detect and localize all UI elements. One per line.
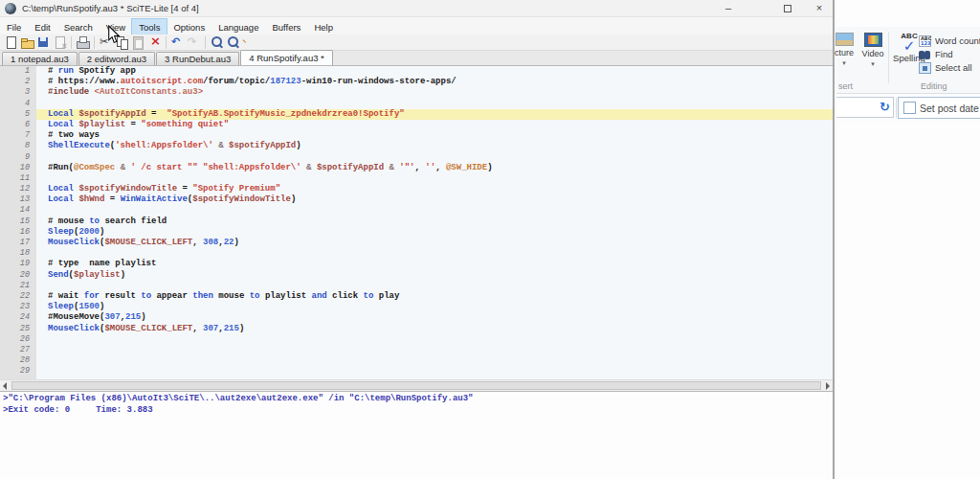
line-number: 9 xyxy=(0,152,36,163)
publish-field: ↻ xyxy=(836,97,894,118)
scroll-right-arrow[interactable] xyxy=(826,382,830,390)
close-button[interactable]: × xyxy=(805,0,834,17)
tab-1-notepad-au3[interactable]: 1 notepad.au3 xyxy=(2,52,78,65)
line-number: 2 xyxy=(0,77,36,87)
line-number: 8 xyxy=(0,141,36,151)
horizontal-scrollbar[interactable] xyxy=(0,379,833,391)
minimize-button[interactable]: – xyxy=(712,0,745,17)
code-editor[interactable]: 1234567891011121314151617181920212223242… xyxy=(0,66,833,379)
menu-item-file[interactable]: File xyxy=(0,19,28,35)
output-line: >"C:\Program Files (x86)\AutoIt3\SciTE\.… xyxy=(0,394,833,405)
code-line-9 xyxy=(36,152,833,163)
menu-item-language[interactable]: Language xyxy=(212,19,265,35)
select-all-button[interactable]: Select all xyxy=(919,61,978,74)
line-number: 22 xyxy=(0,291,36,302)
code-line-26 xyxy=(36,334,833,345)
background-app-window: cture ▾ Video ▾ ABC ✓ Spelling Word coun… xyxy=(836,0,980,479)
find-button-label: Find xyxy=(935,49,952,59)
line-number: 6 xyxy=(0,120,36,130)
line-number: 7 xyxy=(0,130,36,141)
menu-item-buffers[interactable]: Buffers xyxy=(265,19,307,35)
menu-item-edit[interactable]: Edit xyxy=(28,19,56,35)
video-label: Video xyxy=(862,49,884,58)
sync-icon[interactable]: ↻ xyxy=(880,100,890,115)
video-button[interactable]: Video ▾ xyxy=(859,33,886,68)
line-number: 11 xyxy=(0,173,36,184)
code-line-12: Local $spotifyWindowTitle = "Spotify Pre… xyxy=(36,184,833,194)
tab-3-rundebut-au3[interactable]: 3 RunDebut.au3 xyxy=(156,52,239,65)
toolbar-separator xyxy=(166,36,167,49)
ribbon-group-insert-label: sert xyxy=(838,81,853,91)
scrollbar-thumb[interactable] xyxy=(11,381,821,390)
line-number: 24 xyxy=(0,312,36,323)
video-icon xyxy=(864,33,882,47)
line-number: 17 xyxy=(0,238,36,248)
set-post-date-field[interactable]: Set post date xyxy=(898,97,980,119)
post-options-row: ↻ Set post date xyxy=(836,94,980,122)
tab-2-editword-au3[interactable]: 2 editword.au3 xyxy=(78,52,155,65)
code-area[interactable]: # run Spotify app# https://www.autoitscr… xyxy=(36,66,833,379)
print-icon[interactable] xyxy=(76,35,90,49)
toolbar-separator xyxy=(94,36,95,49)
menu-item-search[interactable]: Search xyxy=(57,19,100,35)
save-icon[interactable] xyxy=(36,35,51,49)
line-number: 16 xyxy=(0,227,36,238)
menu-bar: FileEditSearchViewToolsOptionsLanguageBu… xyxy=(0,17,833,34)
scite-window: C:\temp\RunSpotify.au3 * SciTE-Lite [4 o… xyxy=(0,0,835,479)
code-line-17: MouseClick($MOUSE_CLICK_LEFT, 308,22) xyxy=(36,238,833,248)
paste-icon[interactable] xyxy=(131,35,145,49)
line-number: 1 xyxy=(0,66,36,77)
replace-icon[interactable] xyxy=(226,35,240,49)
line-number: 13 xyxy=(0,194,36,205)
find-icon[interactable] xyxy=(210,35,224,49)
line-number: 15 xyxy=(0,217,36,227)
toolbar-separator xyxy=(71,36,72,49)
maximize-button[interactable] xyxy=(771,0,804,17)
find-button[interactable]: Find xyxy=(919,48,978,60)
word-count-button[interactable]: Word count xyxy=(919,34,978,47)
redo-icon[interactable] xyxy=(187,35,201,49)
picture-label: cture xyxy=(835,48,854,57)
new-icon[interactable] xyxy=(4,35,18,49)
binoculars-icon xyxy=(919,49,931,60)
open-icon[interactable] xyxy=(20,35,34,49)
line-number: 19 xyxy=(0,259,36,269)
line-number: 27 xyxy=(0,345,36,355)
code-line-8: ShellExecute('shell:Appsfolder\' & $spot… xyxy=(36,141,833,151)
delete-icon[interactable] xyxy=(147,35,162,49)
line-number: 25 xyxy=(0,324,36,334)
select-all-button-label: Select all xyxy=(935,62,972,73)
scite-app-icon xyxy=(5,3,16,14)
set-post-date-checkbox[interactable] xyxy=(903,102,916,114)
code-line-10: #Run(@ComSpec & ' /c start "" "shell:App… xyxy=(36,163,833,173)
code-line-1: # run Spotify app xyxy=(36,66,833,77)
chevron-down-icon: ▾ xyxy=(842,59,846,66)
picture-button[interactable]: cture ▾ xyxy=(831,33,858,67)
menu-item-options[interactable]: Options xyxy=(167,19,212,35)
undo-icon[interactable] xyxy=(170,35,185,49)
output-pane[interactable]: >"C:\Program Files (x86)\AutoIt3\SciTE\.… xyxy=(0,391,833,479)
code-line-28 xyxy=(36,355,833,366)
close-file-icon[interactable] xyxy=(53,35,67,49)
line-number-gutter[interactable]: 1234567891011121314151617181920212223242… xyxy=(0,66,36,379)
scroll-left-arrow[interactable] xyxy=(3,382,7,390)
code-line-4 xyxy=(36,99,833,109)
code-line-23: Sleep(1500) xyxy=(36,302,833,312)
tab-4-runspotify-au3-[interactable]: 4 RunSpotify.au3 * xyxy=(240,50,333,65)
mouse-cursor xyxy=(107,25,121,44)
code-line-7: # two ways xyxy=(36,130,833,141)
code-line-20: Send($playlist) xyxy=(36,270,833,281)
code-line-3: #include <AutoItConstants.au3> xyxy=(36,87,833,98)
ribbon-separator xyxy=(888,32,889,83)
code-line-13: Local $hWnd = WinWaitActive($spotifyWind… xyxy=(36,194,833,205)
separator xyxy=(896,98,897,118)
chevron-down-icon: ▾ xyxy=(871,60,875,67)
editing-group-buttons: Word countFindSelect all xyxy=(919,34,978,75)
code-line-5: Local $spotifyAppId = "SpotifyAB.Spotify… xyxy=(36,109,833,120)
line-number: 12 xyxy=(0,184,36,194)
picture-icon xyxy=(835,33,854,46)
line-number: 18 xyxy=(0,248,36,259)
menu-item-help[interactable]: Help xyxy=(307,19,340,35)
line-number: 4 xyxy=(0,99,36,109)
line-number: 20 xyxy=(0,270,36,281)
